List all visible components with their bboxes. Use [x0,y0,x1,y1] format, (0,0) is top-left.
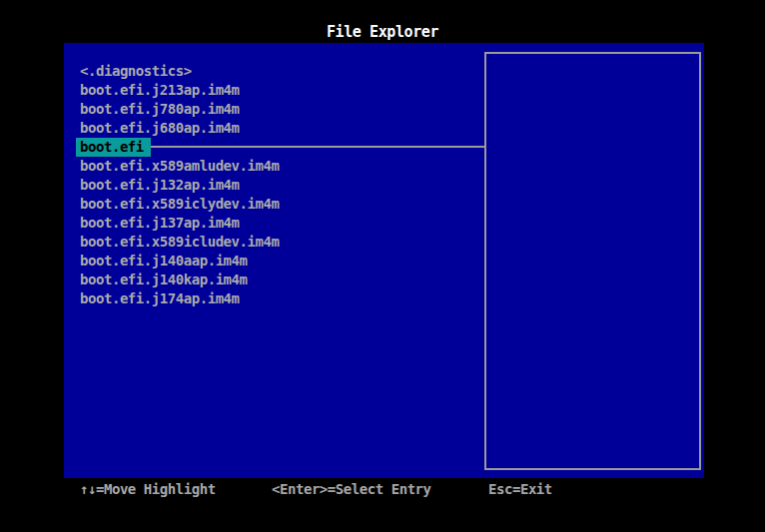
hint-move-highlight: ↑↓=Move Highlight [80,481,216,497]
file-list-item[interactable]: boot.efi.x589icludev.im4m [76,233,475,252]
file-label: boot.efi.j132ap.im4m [76,176,244,195]
file-list-item[interactable]: boot.efi.j137ap.im4m [76,214,475,233]
page-title: File Explorer [0,24,765,42]
file-list-item[interactable]: boot.efi.j174ap.im4m [76,289,475,308]
file-label: boot.efi.j140aap.im4m [76,252,252,270]
file-list-item[interactable]: boot.efi.x589amludev.im4m [76,157,475,176]
file-list-item[interactable]: boot.efi.j132ap.im4m [76,176,475,195]
file-list-item[interactable]: boot.efi.j140aap.im4m [76,252,475,270]
file-list-item[interactable]: boot.efi.j680ap.im4m [76,119,475,138]
file-list-item[interactable]: <.diagnostics> [76,62,475,81]
file-list-item[interactable]: boot.efi.j780ap.im4m [76,100,475,119]
file-label: boot.efi.j137ap.im4m [76,214,244,233]
file-label: boot.efi.j213ap.im4m [76,81,244,100]
file-label: <.diagnostics> [76,62,196,81]
file-list: <.diagnostics>boot.efi.j213ap.im4mboot.e… [76,62,475,308]
hint-exit: Esc=Exit [488,481,552,497]
selection-connector-line [151,146,484,148]
file-label: boot.efi.j780ap.im4m [76,100,244,119]
hint-select-entry: <Enter>=Select Entry [272,481,431,497]
file-label: boot.efi.j680ap.im4m [76,119,244,138]
file-list-item[interactable]: boot.efi.x589iclydev.im4m [76,195,475,214]
file-label: boot.efi.x589iclydev.im4m [76,195,283,214]
file-label: boot.efi [76,138,151,157]
file-label: boot.efi.x589amludev.im4m [76,157,283,176]
file-list-item[interactable]: boot.efi.j213ap.im4m [76,81,475,100]
file-label: boot.efi.x589icludev.im4m [76,233,283,252]
help-panel [484,52,701,470]
file-label: boot.efi.j174ap.im4m [76,289,244,308]
file-list-item[interactable]: boot.efi.j140kap.im4m [76,270,475,289]
file-label: boot.efi.j140kap.im4m [76,270,252,289]
status-bar: ↑↓=Move Highlight <Enter>=Select Entry E… [0,481,765,499]
